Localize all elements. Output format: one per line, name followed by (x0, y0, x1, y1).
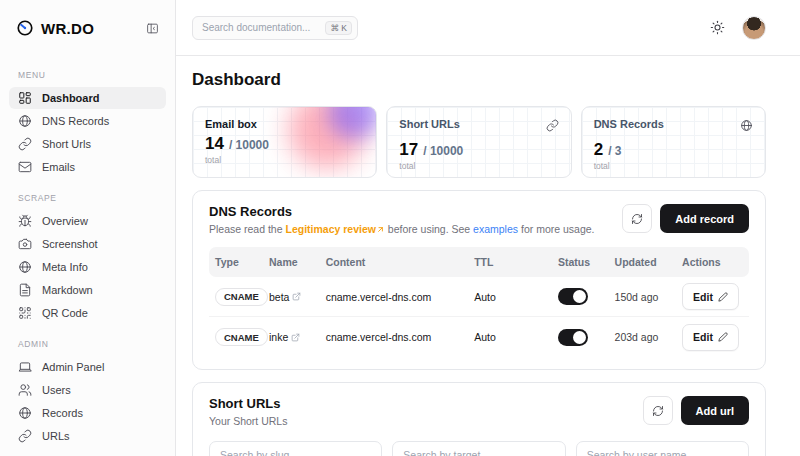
globe-icon (18, 114, 32, 128)
record-ttl: Auto (468, 331, 552, 343)
stat-value: 2 (594, 140, 603, 160)
sidebar-collapse-button[interactable] (143, 19, 161, 37)
record-name-link[interactable]: inke (269, 331, 300, 343)
dns-table-row: CNAME beta cname.vercel-dns.com Auto 150… (209, 277, 749, 317)
dns-table-header: Type Name Content TTL Status Updated Act… (209, 247, 749, 277)
search-by-user-name-input[interactable] (576, 441, 749, 456)
sidebar-item-markdown[interactable]: Markdown (9, 279, 166, 301)
record-type-badge: CNAME (215, 328, 268, 346)
sidebar-item-screenshot[interactable]: Screenshot (9, 233, 166, 255)
legitimacy-review-link[interactable]: Legitimacy review (285, 223, 375, 235)
topbar-actions (708, 16, 766, 40)
column-header-updated: Updated (609, 256, 677, 268)
globe-icon (740, 118, 753, 136)
topbar: ⌘ K (176, 0, 800, 56)
sidebar-item-meta-info[interactable]: Meta Info (9, 256, 166, 278)
edit-record-button[interactable]: Edit (682, 283, 739, 310)
globe-icon (18, 406, 32, 420)
column-header-name: Name (263, 256, 320, 268)
sidebar-item-label: Markdown (42, 284, 93, 296)
record-status-toggle[interactable] (558, 288, 588, 305)
sidebar-item-label: Screenshot (42, 238, 98, 250)
link-icon (546, 118, 559, 136)
dashboard-icon (18, 91, 32, 105)
sidebar-item-urls[interactable]: URLs (9, 425, 166, 447)
brand-name: WR.DO (41, 20, 94, 37)
record-status-toggle[interactable] (558, 329, 588, 346)
sidebar-item-qr-code[interactable]: QR Code (9, 302, 166, 324)
sidebar-item-admin-panel[interactable]: Admin Panel (9, 356, 166, 378)
column-header-actions: Actions (676, 256, 749, 268)
sidebar-section-admin: ADMIN (0, 325, 175, 356)
sidebar-item-label: QR Code (42, 307, 88, 319)
search-input[interactable] (202, 22, 319, 33)
sidebar-item-label: URLs (42, 430, 70, 442)
sidebar-item-short-urls[interactable]: Short Urls (9, 133, 166, 155)
sidebar-item-label: Meta Info (42, 261, 88, 273)
record-updated: 150d ago (609, 291, 677, 303)
record-content: cname.vercel-dns.com (320, 291, 469, 303)
short-urls-panel-title: Short URLs (209, 396, 287, 411)
sidebar-header: WR.DO (0, 0, 175, 56)
user-avatar[interactable] (742, 16, 766, 40)
bug-icon (18, 214, 32, 228)
sidebar-item-emails[interactable]: Emails (9, 156, 166, 178)
sidebar-section-scrape: SCRAPE (0, 179, 175, 210)
search-shortcut-badge: ⌘ K (325, 21, 352, 35)
stats-row: Email box 14 / 10000 total Short URLs (192, 106, 766, 178)
stat-limit: / 3 (608, 144, 621, 158)
search-by-target-input[interactable] (392, 441, 565, 456)
sidebar-item-label: Users (42, 384, 71, 396)
file-text-icon (18, 283, 32, 297)
stat-limit: / 10000 (229, 138, 269, 152)
examples-link[interactable]: examples (473, 223, 518, 235)
panel-left-icon (146, 22, 159, 35)
pencil-icon (718, 292, 728, 302)
sidebar-item-label: Short Urls (42, 138, 91, 150)
add-record-button[interactable]: Add record (660, 204, 749, 233)
record-name-link[interactable]: beta (269, 291, 301, 303)
arrow-up-right-icon (376, 225, 385, 234)
theme-toggle-button[interactable] (708, 19, 726, 37)
brand-logo[interactable]: WR.DO (16, 19, 94, 37)
sidebar-item-dashboard[interactable]: Dashboard (9, 87, 166, 109)
sidebar-item-label: DNS Records (42, 115, 109, 127)
refresh-dns-button[interactable] (622, 204, 652, 233)
sidebar-item-records[interactable]: Records (9, 402, 166, 424)
sidebar: WR.DO MENU Dashboard DNS Records Short U… (0, 0, 176, 456)
camera-icon (18, 237, 32, 251)
page-content: Dashboard Email box 14 / 10000 total (176, 56, 800, 456)
stat-caption: total (205, 155, 364, 165)
sidebar-item-dns-records[interactable]: DNS Records (9, 110, 166, 132)
stat-title: Email box (205, 118, 257, 130)
sidebar-item-label: Overview (42, 215, 88, 227)
pencil-icon (718, 332, 728, 342)
refresh-icon (652, 405, 664, 417)
mail-icon (18, 160, 32, 174)
add-url-button[interactable]: Add url (681, 396, 750, 425)
sidebar-item-overview[interactable]: Overview (9, 210, 166, 232)
external-link-icon (292, 292, 301, 301)
column-header-type: Type (209, 256, 263, 268)
link-icon (18, 429, 32, 443)
external-link-icon (291, 333, 300, 342)
short-urls-panel-subtitle: Your Short URLs (209, 415, 287, 427)
refresh-urls-button[interactable] (643, 396, 673, 425)
refresh-icon (631, 213, 643, 225)
laptop-icon (18, 360, 32, 374)
sidebar-section-menu: MENU (0, 56, 175, 87)
sidebar-item-users[interactable]: Users (9, 379, 166, 401)
stat-title: Short URLs (399, 118, 460, 130)
stat-caption: total (399, 161, 558, 171)
search-by-slug-input[interactable] (209, 441, 382, 456)
sidebar-item-label: Admin Panel (42, 361, 104, 373)
search-box[interactable]: ⌘ K (192, 16, 358, 40)
dns-table: Type Name Content TTL Status Updated Act… (209, 247, 749, 357)
page-title: Dashboard (192, 70, 766, 90)
stat-value: 14 (205, 134, 224, 154)
sun-icon (710, 20, 725, 35)
record-ttl: Auto (468, 291, 552, 303)
edit-record-button[interactable]: Edit (682, 324, 739, 351)
dns-panel-description: Please read the Legitimacy review before… (209, 223, 595, 235)
column-header-ttl: TTL (468, 256, 552, 268)
